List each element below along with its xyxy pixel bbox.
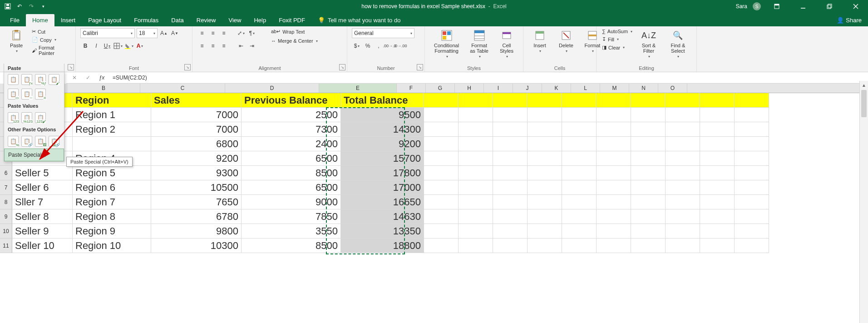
- col-header-H[interactable]: H: [455, 84, 484, 93]
- cell[interactable]: [700, 239, 735, 253]
- row-header[interactable]: 8: [0, 195, 12, 209]
- vertical-scrollbar[interactable]: ▲: [859, 81, 868, 323]
- paste-option-formulas-numfmt[interactable]: %ƒ: [35, 74, 46, 85]
- cell[interactable]: [666, 209, 700, 224]
- bold-button[interactable]: B: [80, 41, 90, 51]
- paste-option-keep-widths[interactable]: ↔: [21, 89, 32, 99]
- maximize-button[interactable]: [819, 0, 840, 13]
- cancel-edit-icon[interactable]: ✕: [70, 73, 79, 82]
- cell[interactable]: [597, 93, 631, 108]
- cell[interactable]: [666, 108, 700, 122]
- redo-icon[interactable]: ↷: [27, 2, 35, 10]
- paste-option-link[interactable]: 🔗: [21, 136, 32, 147]
- col-header-O[interactable]: O: [658, 84, 687, 93]
- cell[interactable]: Region 2: [73, 122, 151, 137]
- cell[interactable]: 13350: [341, 224, 424, 239]
- cell[interactable]: Region 10: [73, 239, 151, 253]
- cell[interactable]: Region 5: [73, 166, 151, 180]
- cell[interactable]: [700, 151, 735, 166]
- cell[interactable]: [735, 180, 769, 195]
- increase-decimal-icon[interactable]: .00→.0: [385, 41, 395, 51]
- cell[interactable]: 9300: [151, 166, 242, 180]
- cell[interactable]: [424, 93, 459, 108]
- cell[interactable]: 6800: [151, 137, 242, 151]
- confirm-edit-icon[interactable]: ✓: [84, 73, 93, 82]
- cell[interactable]: Region 7: [73, 195, 151, 209]
- cell[interactable]: [459, 137, 493, 151]
- cell[interactable]: [700, 209, 735, 224]
- align-top-icon[interactable]: ≡: [197, 28, 207, 38]
- cell[interactable]: [424, 195, 459, 209]
- fx-icon[interactable]: ƒx: [97, 73, 106, 82]
- cell[interactable]: [735, 195, 769, 209]
- cell[interactable]: [735, 166, 769, 180]
- cell[interactable]: [459, 195, 493, 209]
- font-size-select[interactable]: 18▾: [137, 28, 158, 38]
- cell[interactable]: [493, 180, 528, 195]
- row-header[interactable]: 7: [0, 180, 12, 195]
- cell[interactable]: 9200: [151, 151, 242, 166]
- cell[interactable]: [597, 151, 631, 166]
- tab-review[interactable]: Review: [190, 14, 222, 26]
- cell[interactable]: 2500: [242, 108, 341, 122]
- cell[interactable]: [735, 137, 769, 151]
- cell[interactable]: Region 9: [73, 224, 151, 239]
- orientation-icon[interactable]: ⤢▾: [236, 28, 246, 38]
- cell[interactable]: [666, 151, 700, 166]
- fill-button[interactable]: ↧Fill▾: [601, 36, 633, 43]
- cell[interactable]: [493, 122, 528, 137]
- cell[interactable]: [597, 166, 631, 180]
- tab-home[interactable]: Home: [26, 14, 54, 26]
- italic-button[interactable]: I: [91, 41, 101, 51]
- ribbon-display-options-icon[interactable]: [766, 0, 787, 13]
- comma-style-icon[interactable]: ,: [374, 41, 384, 51]
- col-header-F[interactable]: F: [397, 84, 426, 93]
- row-header[interactable]: 9: [0, 209, 12, 224]
- delete-cells-button[interactable]: Delete▾: [554, 28, 578, 54]
- cell[interactable]: [597, 122, 631, 137]
- col-header-D[interactable]: D: [225, 84, 319, 93]
- undo-icon[interactable]: ↶: [15, 2, 24, 10]
- cell[interactable]: [493, 209, 528, 224]
- cell[interactable]: [528, 151, 562, 166]
- cell[interactable]: [666, 166, 700, 180]
- cell[interactable]: 9200: [341, 137, 424, 151]
- currency-icon[interactable]: $▾: [352, 41, 362, 51]
- cell[interactable]: [700, 108, 735, 122]
- clipboard-dialog-launcher[interactable]: ↘: [68, 64, 74, 70]
- cell[interactable]: [459, 151, 493, 166]
- cell[interactable]: [597, 180, 631, 195]
- cell[interactable]: [735, 108, 769, 122]
- cell[interactable]: [631, 122, 666, 137]
- number-format-select[interactable]: General▾: [352, 28, 414, 38]
- cell[interactable]: [700, 93, 735, 108]
- cell[interactable]: [424, 151, 459, 166]
- cell[interactable]: [528, 224, 562, 239]
- cell[interactable]: Region 6: [73, 180, 151, 195]
- font-name-select[interactable]: Calibri▾: [80, 28, 135, 38]
- underline-button[interactable]: U▾: [102, 41, 112, 51]
- cell[interactable]: 7650: [151, 195, 242, 209]
- cell[interactable]: [424, 224, 459, 239]
- cell[interactable]: 7300: [242, 122, 341, 137]
- row-header[interactable]: 10: [0, 224, 12, 239]
- minimize-button[interactable]: [793, 0, 814, 13]
- fill-color-button[interactable]: ▾: [124, 41, 134, 51]
- cell[interactable]: 14300: [341, 122, 424, 137]
- cell[interactable]: [562, 108, 597, 122]
- tab-help[interactable]: Help: [247, 14, 272, 26]
- font-dialog-launcher[interactable]: ↘: [184, 64, 191, 70]
- cell[interactable]: [631, 93, 666, 108]
- format-painter-button[interactable]: 🖌Format Painter: [31, 45, 71, 56]
- paste-option-formulas[interactable]: ƒx: [21, 74, 32, 85]
- cell[interactable]: 18800: [341, 239, 424, 253]
- row-header[interactable]: 6: [0, 166, 12, 180]
- cell[interactable]: 16650: [341, 195, 424, 209]
- paste-option-no-borders[interactable]: ▭: [8, 89, 19, 99]
- cell[interactable]: [631, 151, 666, 166]
- cell[interactable]: Region: [73, 93, 151, 108]
- autosum-button[interactable]: ∑AutoSum▾: [601, 28, 633, 35]
- worksheet-grid[interactable]: A B C D E F G H I J K L M N O 1RegionSal…: [0, 84, 868, 253]
- cell[interactable]: [597, 195, 631, 209]
- cell[interactable]: Seller 6: [12, 180, 73, 195]
